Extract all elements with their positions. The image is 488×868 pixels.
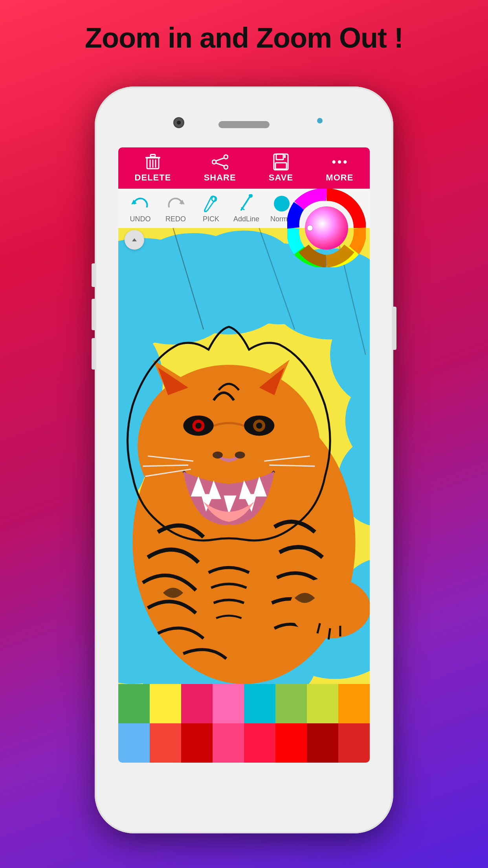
color-swatch-green[interactable] <box>118 684 150 723</box>
save-label: SAVE <box>269 173 293 183</box>
addline-icon <box>237 194 256 213</box>
svg-point-60 <box>195 423 201 428</box>
phone-shell: DELETE SHARE <box>95 86 393 833</box>
phone-button-volume-down <box>92 338 95 370</box>
phone-button-volume-up <box>92 299 95 330</box>
pick-label: PICK <box>203 215 219 223</box>
phone-button-power <box>393 307 396 350</box>
save-icon <box>273 154 289 170</box>
color-swatch-cyan[interactable] <box>244 684 275 723</box>
color-swatch-lime[interactable] <box>275 684 307 723</box>
delete-button[interactable]: DELETE <box>128 151 178 186</box>
svg-line-10 <box>216 163 224 166</box>
color-swatch-orange[interactable] <box>338 684 370 723</box>
more-label: MORE <box>326 173 353 183</box>
expand-button[interactable] <box>125 230 144 250</box>
svg-point-15 <box>332 160 336 163</box>
svg-point-7 <box>224 155 228 159</box>
undo-icon <box>130 194 150 213</box>
phone-button-mute <box>92 263 95 287</box>
color-swatch-lightblue[interactable] <box>118 723 150 763</box>
undo-label: UNDO <box>130 215 151 223</box>
color-swatch-magenta[interactable] <box>213 723 244 763</box>
redo-label: REDO <box>165 215 186 223</box>
canvas-area[interactable] <box>118 228 370 684</box>
color-swatch-crimson[interactable] <box>244 723 275 763</box>
svg-point-16 <box>338 160 341 163</box>
save-button[interactable]: SAVE <box>262 151 299 186</box>
phone-camera <box>173 117 184 128</box>
svg-rect-2 <box>150 154 155 157</box>
phone-screen: DELETE SHARE <box>118 147 370 763</box>
share-label: SHARE <box>204 173 236 183</box>
undo-tool[interactable]: UNDO <box>125 194 156 223</box>
redo-icon <box>166 194 185 213</box>
color-palette <box>118 684 370 763</box>
delete-label: DELETE <box>135 173 171 183</box>
svg-line-9 <box>216 158 224 161</box>
svg-marker-29 <box>132 238 137 241</box>
addline-tool[interactable]: AddLine <box>231 194 262 223</box>
phone-toplight <box>317 118 323 123</box>
page-title: Zoom in and Zoom Out ! <box>0 22 488 54</box>
color-swatch-yellow[interactable] <box>150 684 181 723</box>
redo-tool[interactable]: REDO <box>160 194 191 223</box>
svg-point-62 <box>256 423 262 428</box>
svg-rect-12 <box>276 154 283 160</box>
svg-point-27 <box>307 225 313 231</box>
color-swatch-red[interactable] <box>150 723 181 763</box>
more-button[interactable]: MORE <box>319 151 360 186</box>
svg-point-17 <box>343 160 347 163</box>
color-swatch-darkred[interactable] <box>181 723 213 763</box>
color-swatch-hotpink[interactable] <box>213 684 244 723</box>
color-swatch-brightred[interactable] <box>275 723 307 763</box>
svg-rect-13 <box>275 163 286 169</box>
svg-point-6 <box>212 160 216 164</box>
svg-point-67 <box>213 451 223 458</box>
pick-icon <box>201 194 221 213</box>
color-swatch-pink[interactable] <box>181 684 213 723</box>
svg-point-68 <box>235 451 245 458</box>
app-toolbar: DELETE SHARE <box>118 147 370 189</box>
phone-speaker <box>218 121 270 128</box>
color-wheel[interactable] <box>287 189 366 267</box>
svg-point-8 <box>224 165 228 169</box>
delete-icon <box>145 154 161 170</box>
addline-label: AddLine <box>233 215 259 223</box>
share-icon <box>212 154 228 170</box>
svg-rect-14 <box>284 155 286 158</box>
color-swatch-maroon[interactable] <box>307 723 338 763</box>
color-swatch-chartreuse[interactable] <box>307 684 338 723</box>
color-swatch-tomato[interactable] <box>338 723 370 763</box>
pick-tool[interactable]: PICK <box>195 194 227 223</box>
more-icon <box>331 154 348 170</box>
share-button[interactable]: SHARE <box>198 151 242 186</box>
